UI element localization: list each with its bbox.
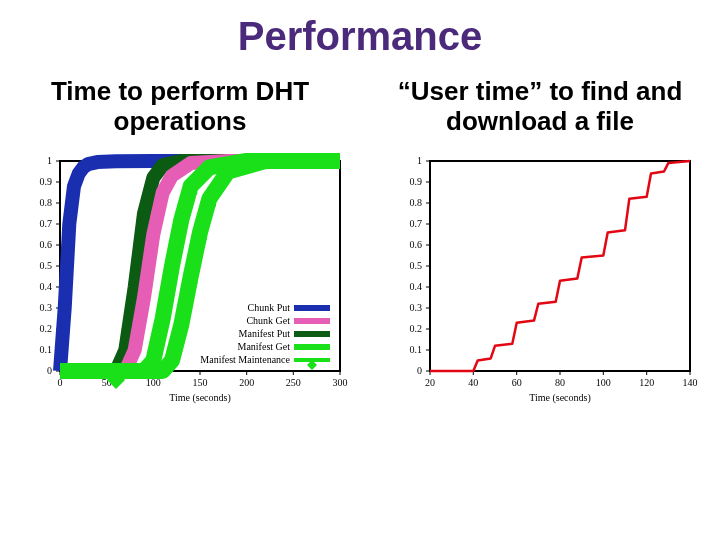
ytick: 0.8 bbox=[40, 197, 61, 208]
legend-label: Manifest Maintenance bbox=[200, 354, 290, 365]
legend: Chunk Put Chunk Get Manifest Put Manifes… bbox=[200, 302, 330, 370]
charts-row: 0 0.1 0.2 0.3 0.4 0.5 0.6 0.7 0.8 0.9 1 … bbox=[0, 151, 720, 411]
svg-text:0.1: 0.1 bbox=[40, 344, 53, 355]
svg-text:0.6: 0.6 bbox=[410, 239, 423, 250]
slide: Performance Time to perform DHT operatio… bbox=[0, 0, 720, 540]
svg-text:150: 150 bbox=[193, 377, 208, 388]
svg-text:0.9: 0.9 bbox=[40, 176, 53, 187]
chart-dht-operations: 0 0.1 0.2 0.3 0.4 0.5 0.6 0.7 0.8 0.9 1 … bbox=[20, 151, 350, 411]
svg-text:0.7: 0.7 bbox=[40, 218, 53, 229]
svg-text:200: 200 bbox=[239, 377, 254, 388]
svg-text:1: 1 bbox=[417, 155, 422, 166]
ytick: 0.3 bbox=[40, 302, 61, 313]
xtick: 150 bbox=[193, 371, 208, 388]
svg-text:0: 0 bbox=[47, 365, 52, 376]
chart-svg-right: 0 0.1 0.2 0.3 0.4 0.5 0.6 0.7 0.8 0.9 1 … bbox=[390, 151, 700, 411]
xlabel-left: Time (seconds) bbox=[169, 392, 231, 404]
subtitle-left: Time to perform DHT operations bbox=[20, 77, 340, 137]
svg-text:0.9: 0.9 bbox=[410, 176, 423, 187]
svg-text:0.4: 0.4 bbox=[410, 281, 423, 292]
series-user-time bbox=[430, 161, 690, 371]
svg-text:80: 80 bbox=[555, 377, 565, 388]
subtitle-right: “User time” to find and download a file bbox=[380, 77, 700, 137]
plot-frame bbox=[430, 161, 690, 371]
svg-text:0.3: 0.3 bbox=[410, 302, 423, 313]
svg-text:0.1: 0.1 bbox=[410, 344, 423, 355]
svg-text:0: 0 bbox=[417, 365, 422, 376]
svg-text:0.5: 0.5 bbox=[40, 260, 53, 271]
ytick: 0.4 bbox=[40, 281, 61, 292]
ytick: 1 bbox=[47, 155, 60, 166]
svg-text:0.3: 0.3 bbox=[40, 302, 53, 313]
xtick: 300 bbox=[333, 371, 348, 388]
svg-text:0.8: 0.8 bbox=[40, 197, 53, 208]
svg-text:0.2: 0.2 bbox=[410, 323, 423, 334]
svg-text:300: 300 bbox=[333, 377, 348, 388]
xtick: 200 bbox=[239, 371, 254, 388]
legend-swatch bbox=[294, 360, 330, 370]
series-manifest-maintenance bbox=[60, 161, 340, 371]
page-title: Performance bbox=[0, 0, 720, 59]
ytick: 0.7 bbox=[40, 218, 61, 229]
svg-text:100: 100 bbox=[596, 377, 611, 388]
y-axis-right: 0 0.1 0.2 0.3 0.4 0.5 0.6 0.7 0.8 0.9 1 bbox=[410, 155, 431, 376]
x-axis-right: 20 40 60 80 100 120 140 bbox=[425, 371, 698, 388]
svg-text:0.7: 0.7 bbox=[410, 218, 423, 229]
legend-label: Chunk Get bbox=[246, 315, 290, 326]
legend-label: Chunk Put bbox=[247, 302, 290, 313]
svg-text:60: 60 bbox=[512, 377, 522, 388]
svg-text:40: 40 bbox=[468, 377, 478, 388]
svg-text:0.5: 0.5 bbox=[410, 260, 423, 271]
legend-label: Manifest Put bbox=[239, 328, 291, 339]
ytick: 0.9 bbox=[40, 176, 61, 187]
legend-label: Manifest Get bbox=[238, 341, 291, 352]
chart-svg-left: 0 0.1 0.2 0.3 0.4 0.5 0.6 0.7 0.8 0.9 1 … bbox=[20, 151, 350, 411]
svg-text:20: 20 bbox=[425, 377, 435, 388]
svg-text:0.2: 0.2 bbox=[40, 323, 53, 334]
svg-text:1: 1 bbox=[47, 155, 52, 166]
svg-text:140: 140 bbox=[683, 377, 698, 388]
xlabel-right: Time (seconds) bbox=[529, 392, 591, 404]
xtick: 250 bbox=[286, 371, 301, 388]
subtitle-row: Time to perform DHT operations “User tim… bbox=[0, 77, 720, 137]
ytick: 0.5 bbox=[40, 260, 61, 271]
ytick: 0.6 bbox=[40, 239, 61, 250]
svg-text:120: 120 bbox=[639, 377, 654, 388]
svg-text:0.8: 0.8 bbox=[410, 197, 423, 208]
chart-user-time: 0 0.1 0.2 0.3 0.4 0.5 0.6 0.7 0.8 0.9 1 … bbox=[390, 151, 700, 411]
svg-text:0.6: 0.6 bbox=[40, 239, 53, 250]
svg-text:0.4: 0.4 bbox=[40, 281, 53, 292]
svg-text:250: 250 bbox=[286, 377, 301, 388]
